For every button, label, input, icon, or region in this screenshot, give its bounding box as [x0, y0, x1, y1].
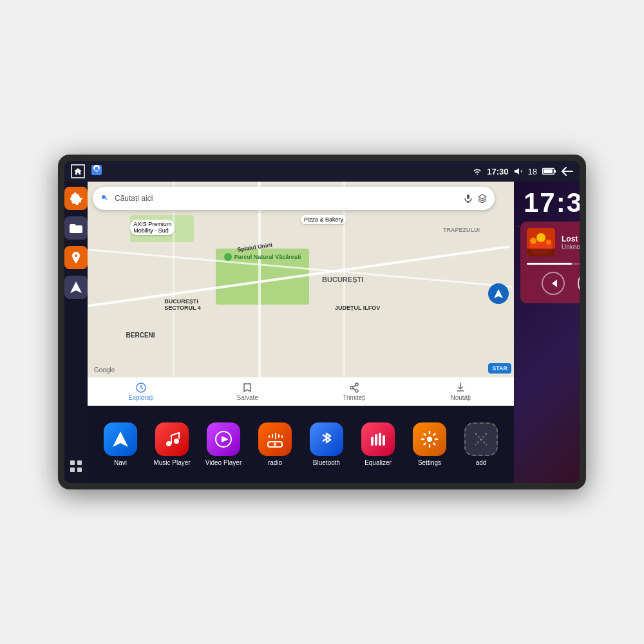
- prev-button[interactable]: [542, 272, 565, 295]
- map-park-label: Parcul Natural Văcărești: [224, 253, 301, 261]
- google-logo: Google: [94, 366, 115, 374]
- map-nav-news[interactable]: Noutăți: [408, 383, 515, 401]
- app-music-player[interactable]: Music Player: [149, 422, 195, 466]
- svg-rect-4: [70, 460, 75, 465]
- music-info: Lost Frequencies_Janie... Unknown: [527, 228, 580, 256]
- svg-point-38: [546, 240, 551, 245]
- map-nav-share-label: Trimiteți: [343, 394, 365, 401]
- music-controls: [527, 270, 580, 297]
- svg-rect-20: [269, 435, 270, 438]
- svg-rect-10: [467, 194, 469, 199]
- app-video-label: Video Player: [205, 459, 242, 466]
- app-radio[interactable]: radio: [252, 422, 298, 466]
- status-right: 17:30 18: [473, 167, 573, 176]
- wifi-icon: [473, 167, 482, 175]
- map-nav-saved[interactable]: Salvate: [194, 383, 301, 401]
- home-button[interactable]: [71, 164, 85, 178]
- app-grid-section: Navi Music Player: [88, 406, 514, 483]
- map-nav-share[interactable]: Trimiteți: [301, 383, 408, 401]
- mic-icon[interactable]: [464, 194, 473, 203]
- map-nav-explore[interactable]: Explorați: [88, 383, 194, 401]
- pause-button[interactable]: [578, 270, 580, 297]
- svg-rect-23: [278, 434, 279, 438]
- status-time: 17:30: [487, 167, 508, 176]
- app-equalizer[interactable]: Equalizer: [355, 422, 401, 466]
- svg-rect-3: [544, 169, 553, 173]
- svg-point-15: [355, 390, 358, 392]
- map-search-text: Căutați aici: [115, 194, 459, 203]
- app-video-player[interactable]: Video Player: [200, 422, 247, 466]
- music-progress-fill: [527, 263, 572, 265]
- app-grid: Navi Music Player: [97, 422, 504, 466]
- svg-point-17: [174, 439, 179, 444]
- battery-icon: [542, 167, 556, 175]
- app-radio-label: radio: [268, 459, 282, 466]
- app-equalizer-label: Equalizer: [365, 459, 392, 466]
- music-meta: Lost Frequencies_Janie... Unknown: [562, 234, 580, 251]
- map-poi-axis: AXIS PremiumMobility - Sud: [130, 220, 175, 235]
- svg-rect-24: [281, 435, 283, 438]
- svg-line-33: [475, 433, 487, 445]
- main-content: Căutați aici AXIS Pr: [64, 182, 580, 483]
- maps-icon[interactable]: [91, 165, 102, 178]
- album-art: [527, 228, 555, 256]
- svg-marker-19: [222, 436, 229, 442]
- svg-rect-28: [375, 434, 377, 446]
- sidebar-item-settings[interactable]: [64, 187, 88, 210]
- music-section: Lost Frequencies_Janie... Unknown: [520, 222, 580, 303]
- status-left: [71, 164, 102, 178]
- status-bar: 17:30 18: [64, 161, 580, 182]
- right-panel: 17:30 2023/12/12 Tuesday: [514, 182, 580, 483]
- svg-rect-21: [272, 434, 273, 438]
- map-search-bar[interactable]: Căutați aici: [93, 187, 495, 210]
- map-label-bucuresti: BUCUREȘTI: [322, 276, 363, 283]
- svg-point-37: [536, 233, 545, 242]
- app-bluetooth-label: Bluetooth: [313, 459, 340, 466]
- center-area: Căutați aici AXIS Pr: [88, 182, 514, 483]
- map-label-berceni: BERCENI: [126, 332, 155, 339]
- app-add-label: add: [476, 459, 487, 466]
- sidebar-item-navigation[interactable]: [64, 276, 88, 299]
- map-poi-pizza: Pizza & Bakery: [301, 215, 346, 224]
- map-start-button[interactable]: STAR: [488, 363, 511, 374]
- svg-rect-5: [77, 460, 82, 465]
- sidebar-item-grid[interactable]: [64, 455, 88, 478]
- sidebar-item-map[interactable]: [64, 246, 88, 269]
- app-settings-label: Settings: [418, 459, 441, 466]
- back-icon[interactable]: [562, 167, 573, 176]
- map-container[interactable]: Căutați aici AXIS Pr: [88, 182, 514, 406]
- svg-rect-27: [371, 437, 374, 446]
- map-label-sectorul: BUCUREȘTISECTORUL 4: [164, 298, 201, 311]
- app-add[interactable]: add: [458, 422, 504, 466]
- map-nav-button[interactable]: [488, 283, 509, 304]
- map-background: Căutați aici AXIS Pr: [88, 182, 514, 406]
- app-music-label: Music Player: [153, 459, 190, 466]
- layers-icon[interactable]: [478, 194, 487, 203]
- svg-rect-2: [554, 170, 556, 173]
- svg-rect-29: [379, 433, 381, 446]
- app-navi-label: Navi: [114, 459, 127, 466]
- map-bottom-nav: Explorați Salvate Trimiteți Noutăți: [88, 377, 514, 406]
- svg-point-14: [350, 386, 353, 389]
- music-progress-bar[interactable]: [527, 263, 580, 265]
- volume-icon: [514, 167, 523, 175]
- app-settings[interactable]: Settings: [406, 422, 453, 466]
- svg-rect-30: [383, 435, 385, 446]
- svg-rect-7: [77, 468, 82, 472]
- app-navi[interactable]: Navi: [97, 422, 144, 466]
- map-label-judet: JUDEȚUL ILFOV: [335, 305, 380, 311]
- app-bluetooth[interactable]: Bluetooth: [303, 422, 350, 466]
- svg-point-36: [530, 238, 536, 244]
- svg-point-13: [355, 383, 358, 386]
- svg-point-11: [224, 253, 232, 261]
- clock-section: 17:30 2023/12/12 Tuesday: [514, 182, 580, 222]
- svg-point-16: [166, 441, 171, 446]
- battery-level: 18: [528, 167, 537, 176]
- svg-point-8: [102, 195, 106, 199]
- sidebar-item-files[interactable]: [64, 216, 88, 240]
- clock-time: 17:30: [524, 189, 580, 216]
- music-title: Lost Frequencies_Janie...: [562, 234, 580, 243]
- map-nav-news-label: Noutăți: [450, 394, 471, 401]
- map-nav-saved-label: Salvate: [237, 394, 258, 401]
- device-screen: 17:30 18: [64, 161, 580, 483]
